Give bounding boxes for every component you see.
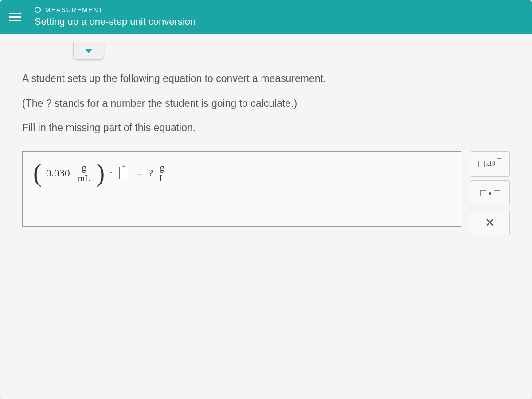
tools-panel: x10 ✕ xyxy=(470,151,510,235)
box-icon xyxy=(478,161,485,167)
question-text: A student sets up the following equation… xyxy=(22,69,510,138)
exponent-box-icon xyxy=(497,158,501,163)
blank-input[interactable] xyxy=(119,167,128,179)
equals-sign: = xyxy=(136,167,142,179)
menu-icon[interactable] xyxy=(9,13,21,21)
right-unit-fraction: g L xyxy=(157,163,166,184)
scientific-notation-button[interactable]: x10 xyxy=(470,151,510,177)
multiply-dot: · xyxy=(110,168,112,178)
equation: ( 0.030 g mL ) · = ? g L xyxy=(33,160,168,185)
multiply-button[interactable] xyxy=(470,180,510,206)
question-mark: ? xyxy=(149,167,153,179)
close-icon: ✕ xyxy=(485,216,495,230)
equation-value: 0.030 xyxy=(46,167,70,179)
question-line-3: Fill in the missing part of this equatio… xyxy=(22,118,510,138)
box-icon xyxy=(494,190,500,196)
category-dot-icon xyxy=(35,7,41,13)
question-line-1: A student sets up the following equation… xyxy=(22,69,510,89)
dot-icon xyxy=(489,192,491,195)
right-paren: ) xyxy=(96,160,105,185)
header: MEASUREMENT Setting up a one-step unit c… xyxy=(0,0,532,34)
equation-input-box[interactable]: ( 0.030 g mL ) · = ? g L xyxy=(22,151,461,227)
left-unit-fraction: g mL xyxy=(76,163,92,184)
page-title: Setting up a one-step unit conversion xyxy=(35,16,196,27)
category-label: MEASUREMENT xyxy=(45,6,103,13)
left-paren: ( xyxy=(33,160,42,185)
clear-button[interactable]: ✕ xyxy=(470,210,510,235)
box-icon xyxy=(480,190,486,196)
question-line-2: (The ? stands for a number the student i… xyxy=(22,94,510,113)
